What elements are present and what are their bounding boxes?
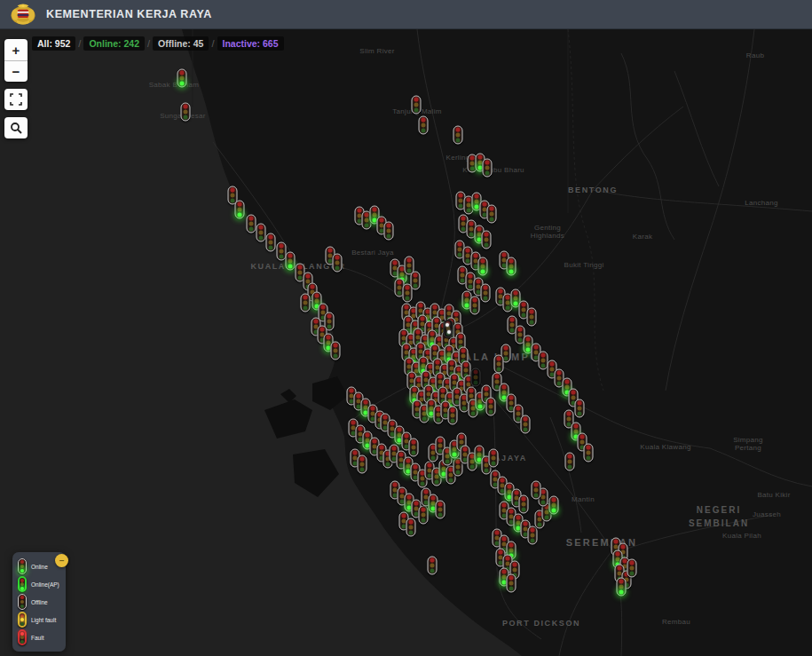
- legend-offline-icon: [18, 594, 27, 610]
- traffic-light-marker[interactable]: [181, 103, 191, 122]
- legend-item-label: Light fault: [31, 617, 56, 623]
- legend-item-offline[interactable]: Offline: [18, 594, 60, 610]
- legend-item-online[interactable]: Online: [18, 558, 60, 574]
- zoom-out-button[interactable]: −: [4, 60, 28, 82]
- legend-item-label: Online(AP): [31, 581, 59, 588]
- legend-online-icon: [18, 558, 27, 574]
- traffic-light-marker[interactable]: [384, 222, 394, 241]
- status-separator: /: [78, 38, 81, 49]
- traffic-light-marker[interactable]: [478, 257, 488, 276]
- traffic-light-marker[interactable]: [486, 398, 496, 416]
- map-place-label: Batu Kikir: [757, 491, 790, 499]
- legend-item-label: Online: [31, 564, 48, 570]
- traffic-light-marker[interactable]: [528, 526, 538, 545]
- traffic-light-marker[interactable]: [627, 559, 637, 578]
- traffic-light-marker[interactable]: [470, 296, 480, 315]
- traffic-light-marker[interactable]: [266, 233, 276, 252]
- traffic-light-marker[interactable]: [584, 444, 594, 462]
- traffic-light-marker[interactable]: [489, 449, 499, 468]
- fullscreen-button[interactable]: [4, 89, 28, 110]
- map-place-label: Kerling: [445, 154, 469, 162]
- traffic-light-marker[interactable]: [235, 201, 245, 219]
- map-canvas[interactable]: Slim RiverRaubSabak BernamSungai BesarTa…: [0, 0, 812, 656]
- map-place-label: Sabak Bernam: [149, 81, 200, 89]
- map-place-label: Bestari Jaya: [351, 249, 394, 257]
- traffic-light-marker[interactable]: [482, 231, 492, 249]
- legend-item-light-fault[interactable]: Light fault: [18, 612, 60, 628]
- traffic-light-marker[interactable]: [419, 506, 429, 525]
- traffic-light-marker[interactable]: [448, 407, 458, 425]
- status-separator: /: [211, 38, 214, 49]
- traffic-light-marker[interactable]: [247, 215, 256, 233]
- status-bar: All: 952 / Online: 242 / Offline: 45 / I…: [32, 36, 284, 51]
- map-place-label: Juasseh: [753, 510, 781, 518]
- map-place-label: PORT DICKSON: [502, 619, 580, 628]
- status-online: Online: 242: [83, 36, 145, 51]
- status-offline: Offline: 45: [153, 36, 209, 51]
- traffic-light-marker[interactable]: [549, 496, 559, 515]
- traffic-light-marker[interactable]: [507, 574, 516, 593]
- traffic-light-marker[interactable]: [301, 294, 311, 312]
- zoom-in-button[interactable]: +: [4, 39, 28, 60]
- map-place-label: Bukit Tinggi: [564, 261, 604, 269]
- map-place-label: Kuala Klawang: [640, 443, 690, 451]
- traffic-light-marker[interactable]: [483, 159, 493, 178]
- traffic-light-marker[interactable]: [507, 257, 516, 276]
- legend-fault-icon: [18, 629, 27, 645]
- legend-item-fault[interactable]: Fault: [18, 629, 60, 645]
- traffic-light-marker[interactable]: [444, 320, 453, 338]
- map-controls: + −: [4, 39, 28, 138]
- map-dot-marker: [445, 323, 449, 327]
- traffic-light-marker[interactable]: [412, 96, 422, 115]
- traffic-light-marker[interactable]: [419, 116, 429, 135]
- status-all: All: 952: [32, 36, 75, 51]
- traffic-light-marker[interactable]: [519, 495, 529, 514]
- search-button[interactable]: [4, 117, 28, 138]
- traffic-light-marker[interactable]: [436, 501, 445, 519]
- status-separator: /: [147, 38, 150, 49]
- traffic-light-marker[interactable]: [494, 355, 504, 374]
- traffic-light-marker[interactable]: [487, 205, 497, 224]
- legend-collapse-button[interactable]: –: [55, 554, 68, 567]
- traffic-light-marker[interactable]: [521, 415, 531, 434]
- traffic-light-marker[interactable]: [532, 481, 541, 500]
- legend-item-online-ap[interactable]: Online(AP): [18, 576, 60, 592]
- app-title: KEMENTERIAN KERJA RAYA: [46, 8, 212, 20]
- traffic-light-marker[interactable]: [428, 557, 438, 575]
- traffic-light-marker[interactable]: [575, 399, 585, 418]
- app-viewport: Slim RiverRaubSabak BernamSungai BesarTa…: [0, 0, 812, 656]
- status-inactive: Inactive: 665: [217, 36, 284, 51]
- traffic-light-marker[interactable]: [481, 284, 491, 303]
- legend-light-fault-icon: [18, 612, 27, 628]
- legend-item-label: Fault: [31, 635, 43, 641]
- search-icon: [10, 122, 22, 134]
- map-dot-marker: [447, 330, 451, 334]
- map-place-label: Slim River: [359, 47, 394, 55]
- traffic-light-marker[interactable]: [453, 126, 463, 145]
- traffic-light-marker[interactable]: [177, 69, 187, 88]
- legend-panel: – OnlineOnline(AP)OfflineLight faultFaul…: [12, 552, 66, 652]
- map-place-label: Mantin: [572, 495, 595, 503]
- traffic-light-marker[interactable]: [406, 518, 416, 537]
- zoom-control-group: + −: [4, 39, 28, 82]
- map-place-label: Rembau: [662, 618, 690, 626]
- fullscreen-icon: [10, 93, 22, 106]
- traffic-light-marker[interactable]: [256, 224, 266, 242]
- traffic-light-marker[interactable]: [471, 368, 481, 387]
- traffic-light-marker[interactable]: [617, 578, 627, 597]
- legend-online-ap-icon: [18, 576, 27, 592]
- map-place-label: Simpang Pertang: [733, 436, 763, 452]
- traffic-light-marker[interactable]: [286, 252, 296, 271]
- traffic-light-marker[interactable]: [333, 254, 343, 273]
- map-place-label: Lanchang: [745, 199, 778, 207]
- map-place-label: Genting Highlands: [531, 224, 564, 240]
- traffic-light-marker[interactable]: [409, 439, 419, 457]
- traffic-light-marker[interactable]: [331, 342, 341, 360]
- traffic-light-marker[interactable]: [358, 455, 367, 474]
- traffic-light-marker[interactable]: [565, 453, 575, 471]
- traffic-light-marker[interactable]: [403, 284, 413, 303]
- jata-negara-logo-icon: [9, 3, 37, 27]
- map-place-label: NEGERI SEMBILAN: [689, 503, 749, 530]
- traffic-light-marker[interactable]: [527, 308, 537, 327]
- app-header: KEMENTERIAN KERJA RAYA: [0, 0, 812, 29]
